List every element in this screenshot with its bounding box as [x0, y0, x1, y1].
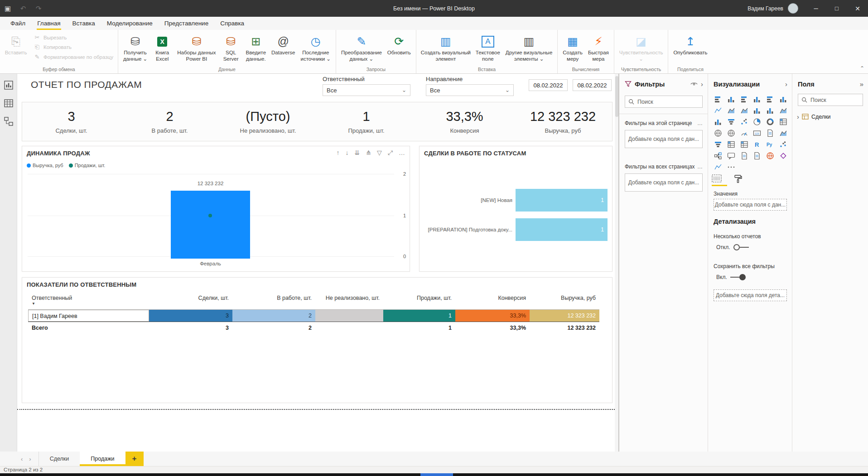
date-from-field[interactable]: 08.02.2022 [529, 79, 568, 91]
pie-chart-icon[interactable] [751, 116, 764, 127]
status-bar[interactable]: 1 [516, 189, 608, 212]
table-cell-value[interactable] [315, 310, 383, 322]
menu-tab-вставка[interactable]: Вставка [67, 18, 101, 30]
more-options-icon[interactable]: … [399, 149, 405, 157]
report-view-icon[interactable] [4, 80, 14, 90]
collapse-pane-icon[interactable]: › [701, 80, 703, 88]
column-header[interactable]: Не реализовано, шт. [315, 293, 383, 309]
r-script-visual-icon[interactable]: R [751, 139, 764, 150]
filters-search-input[interactable]: Поиск [625, 96, 703, 108]
scatter-chart-icon[interactable] [738, 116, 751, 127]
sql-server-button[interactable]: ⛁SQLServer [219, 32, 243, 63]
more-visuals-ellipsis-icon[interactable] [725, 162, 738, 173]
column-header[interactable]: Ответственный▼ [28, 293, 149, 309]
gauge-icon[interactable] [738, 128, 751, 139]
menu-tab-справка[interactable]: Справка [214, 18, 250, 30]
page-tab-продажи[interactable]: Продажи [80, 452, 125, 466]
add-page-button[interactable]: + [125, 452, 144, 466]
clustered-column-chart-icon[interactable] [751, 94, 764, 105]
table-cell-value[interactable]: 3 [149, 310, 232, 322]
table-visual-icon[interactable] [725, 139, 738, 150]
toggle-off-icon[interactable] [733, 244, 749, 250]
kpi-card[interactable]: 1Продажи, шт. [317, 109, 415, 134]
format-painter-button[interactable]: ✎ Форматирование по образцу [32, 52, 115, 62]
100-stacked-bar-chart-icon[interactable] [764, 94, 777, 105]
visual-sales-dynamics[interactable]: ДИНАМИКА ПРОДАЖ ↑↓⇊⋔▽⤢… Выручка, рубПрод… [22, 146, 410, 272]
ribbon-collapse-icon[interactable]: ⌃ [860, 65, 864, 72]
map-icon[interactable] [712, 128, 725, 139]
key-influencers-icon[interactable] [776, 139, 790, 150]
ribbon-chart-icon[interactable] [776, 105, 790, 116]
sales-line-marker[interactable] [208, 214, 212, 217]
more-visuals-button[interactable]: ▥Другие визуальныеэлементы ⌄ [503, 32, 555, 63]
kpi-card[interactable]: (Пусто)Не реализовано, шт. [219, 109, 317, 134]
kpi-visual-icon[interactable] [776, 128, 790, 139]
drill-up-icon[interactable]: ↑ [337, 149, 340, 157]
card-icon[interactable]: 123 [751, 128, 764, 139]
cross-report-toggle[interactable]: Откл. [716, 244, 749, 250]
excel-workbook-button[interactable]: XКнигаExcel [150, 32, 174, 63]
tab-fields[interactable] [712, 174, 727, 185]
publish-button[interactable]: ↥Опубликовать [671, 32, 709, 57]
power-apps-icon[interactable] [776, 150, 790, 161]
data-view-icon[interactable] [4, 98, 14, 108]
column-header[interactable]: Продажи, шт. [383, 293, 455, 309]
menu-tab-моделирование[interactable]: Моделирование [101, 18, 159, 30]
cut-button[interactable]: ✂ Вырезать [32, 33, 115, 42]
stacked-bar-chart-icon[interactable] [712, 94, 725, 105]
more-options-icon[interactable]: … [697, 163, 703, 170]
model-view-icon[interactable] [4, 116, 14, 126]
eye-icon[interactable] [690, 82, 698, 87]
toggle-on-icon[interactable] [730, 274, 746, 280]
column-header[interactable]: Сделки, шт. [149, 293, 232, 309]
table-cell-name[interactable]: [1] Вадим Гареев [28, 310, 149, 322]
maximize-button[interactable]: □ [826, 0, 847, 17]
recent-sources-button[interactable]: ◷Последниеисточники ⌄ [298, 32, 333, 63]
date-to-field[interactable]: 08.02.2022 [573, 79, 612, 91]
collapse-pane-icon[interactable]: › [785, 80, 787, 88]
menu-tab-представление[interactable]: Представление [159, 18, 214, 30]
filters-page-dropzone[interactable]: Добавьте сюда поля с дан... [625, 130, 703, 148]
100-stacked-column-chart-icon[interactable] [776, 94, 790, 105]
expand-next-level-icon[interactable]: ⇊ [355, 149, 360, 157]
focus-mode-icon[interactable]: ⤢ [388, 149, 393, 157]
matrix-visual-icon[interactable] [738, 139, 751, 150]
line-and-clustered-column-chart-icon[interactable] [764, 105, 777, 116]
column-header[interactable]: Выручка, руб [530, 293, 599, 309]
filters-all-pages-dropzone[interactable]: Добавьте сюда поля с дан... [625, 173, 703, 192]
waterfall-chart-icon[interactable] [712, 116, 725, 127]
slicer-dropdown-responsible[interactable]: Все ⌄ [323, 84, 410, 96]
table-row[interactable]: [1] Вадим Гареев32133,3%12 323 232 [28, 310, 599, 322]
undo-icon[interactable]: ↶ [15, 0, 31, 17]
prev-page-icon[interactable]: ‹ [21, 456, 23, 462]
copy-button[interactable]: ⎗ Копировать [32, 42, 115, 52]
visual-deals-by-status[interactable]: СДЕЛКИ В РАБОТЕ ПО СТАТУСАМ [NEW] Новая1… [419, 146, 612, 272]
redo-icon[interactable]: ↷ [31, 0, 46, 17]
avatar[interactable] [788, 3, 798, 14]
keep-filters-toggle[interactable]: Вкл. [716, 274, 746, 280]
text-box-button[interactable]: AТекстовоеполе [473, 32, 502, 63]
paste-button[interactable]: ⎘ Вставить [3, 32, 29, 57]
new-visual-button[interactable]: ▥Создать визуальныйэлемент [419, 32, 473, 63]
minimize-button[interactable]: ─ [805, 0, 826, 17]
fields-search-input[interactable]: Поиск [798, 94, 863, 106]
account-name[interactable]: Вадим Гареев [747, 5, 783, 12]
kpi-card[interactable]: 12 323 232Выручка, руб [514, 109, 612, 134]
line-chart-icon[interactable] [712, 105, 725, 116]
drill-down-icon[interactable]: ↓ [346, 149, 349, 157]
drillthrough-dropzone[interactable]: Добавьте сюда поля дета... [714, 289, 787, 301]
canvas-scrollbar-thumb[interactable] [615, 76, 618, 117]
refresh-button[interactable]: ⟳Обновить [385, 32, 413, 57]
column-header[interactable]: В работе, шт. [232, 293, 315, 309]
quick-measure-button[interactable]: ⚡Быстраямера [586, 32, 611, 63]
line-and-stacked-column-chart-icon[interactable] [751, 105, 764, 116]
filled-map-icon[interactable] [725, 128, 738, 139]
slicer-dropdown-direction[interactable]: Все ⌄ [426, 84, 514, 96]
q-and-a-icon[interactable] [712, 162, 725, 173]
expand-all-down-icon[interactable]: ⋔ [366, 149, 371, 157]
enter-data-button[interactable]: ⊞Введитеданные. [244, 32, 268, 63]
column-header[interactable]: Конверсия [455, 293, 530, 309]
stacked-area-chart-icon[interactable] [738, 105, 751, 116]
paginated-report-icon[interactable] [738, 150, 751, 161]
dataverse-button[interactable]: @Dataverse [269, 32, 297, 57]
